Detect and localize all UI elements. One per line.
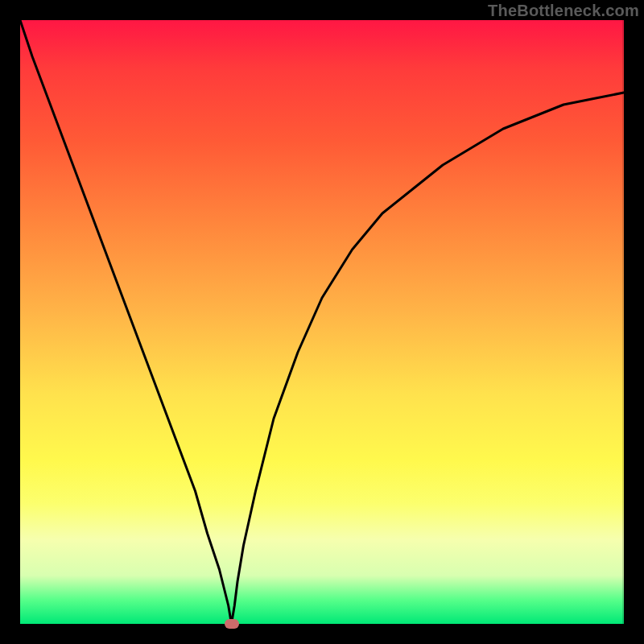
bottleneck-curve (20, 20, 624, 624)
watermark-text: TheBottleneck.com (488, 2, 639, 20)
minimum-marker (225, 619, 239, 629)
plot-area (20, 20, 624, 624)
chart-frame: TheBottleneck.com (0, 0, 644, 644)
